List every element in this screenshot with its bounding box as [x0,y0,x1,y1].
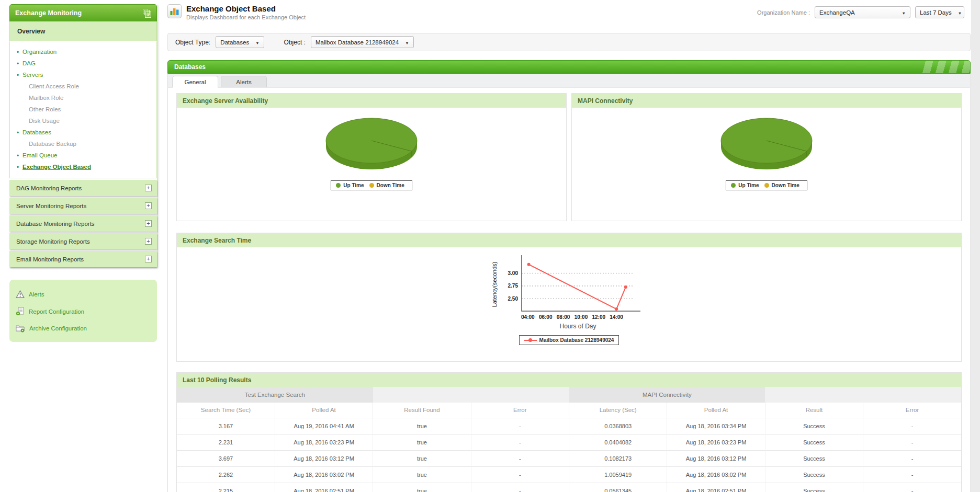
table-cell: 2.231 [177,434,275,450]
sidebar-section-database-monitoring-reports[interactable]: Database Monitoring Reports [9,215,157,232]
table-row: 2.262Aug 18, 2016 03:02 PMtrue-1.0059419… [177,466,961,483]
sidebar-item-report-configuration[interactable]: Report Configuration [16,303,151,320]
column-header: Polled At [275,403,373,418]
sidebar-item-label: Organization [22,49,57,55]
sidebar: Exchange Monitoring Overview Organizatio… [9,4,157,342]
sidebar-item-database-backup[interactable]: Database Backup [10,138,156,150]
tab-content: Exchange Server Availability Up Time [167,87,971,492]
sidebar-overview-header[interactable]: Overview [9,21,157,41]
table-cell: Success [765,434,863,450]
group-header-mapi-connectivity: MAPI Connectivity [569,387,765,403]
series-marker [524,340,537,341]
table-cell: Aug 18, 2016 03:12 PM [275,450,373,466]
sidebar-item-client-access-role[interactable]: Client Access Role [10,81,156,92]
sidebar-tool-label: Archive Configuration [29,325,87,331]
table-cell: - [863,466,961,483]
object-select[interactable]: Mailbox Database 2128949024 [311,36,414,48]
sidebar-item-databases[interactable]: Databases [10,127,156,138]
column-header: Latency (Sec) [569,403,667,418]
svg-text:06:00: 06:00 [539,314,553,320]
column-header: Polled At [667,403,765,418]
expand-icon[interactable] [145,220,152,227]
table-cell: Aug 18, 2016 03:23 PM [667,434,765,450]
group-header-spacer [373,387,569,403]
sidebar-section-label: Server Monitoring Reports [16,203,86,209]
table-cell: 3.697 [177,450,275,466]
table-cell: - [471,418,569,434]
sidebar-item-disk-usage[interactable]: Disk Usage [10,115,156,127]
search-time-chart: 2.502.753.0004:0006:0008:0010:0012:0014:… [489,253,649,331]
svg-text:08:00: 08:00 [557,314,570,320]
object-type-label: Object Type: [175,39,210,46]
table-cell: - [863,450,961,466]
column-header: Search Time (Sec) [177,403,275,418]
sidebar-item-label: DAG [22,60,36,66]
sidebar-section-label: Database Monitoring Reports [16,221,95,227]
sidebar-item-servers[interactable]: Servers [10,69,156,81]
table-cell: 2.262 [177,466,275,483]
up-time-swatch [336,183,341,188]
tab-general[interactable]: General [172,76,218,88]
table-cell: - [471,466,569,483]
time-range-select[interactable]: Last 7 Days [915,6,964,18]
svg-text:04:00: 04:00 [521,314,535,320]
table-cell: Success [765,483,863,492]
organization-select[interactable]: ExchangeQA [815,6,910,18]
table-cell: Aug 18, 2016 03:02 PM [275,466,373,483]
alert-triangle-icon [16,290,25,299]
table-cell: Success [765,418,863,434]
tab-alerts[interactable]: Alerts [221,76,267,87]
availability-pie-chart [322,117,421,176]
organization-name-label: Organization Name : [757,9,810,16]
mapi-panel-title: MAPI Connectivity [572,94,961,108]
sidebar-section-server-monitoring-reports[interactable]: Server Monitoring Reports [9,198,157,214]
sidebar-item-organization[interactable]: Organization [10,46,156,58]
table-cell: true [373,483,471,492]
svg-text:12:00: 12:00 [592,314,605,320]
sidebar-item-alerts[interactable]: Alerts [16,286,151,303]
main-content: Exchange Object Based Displays Dashboard… [167,4,971,492]
table-cell: - [863,434,961,450]
sidebar-section-email-monitoring-reports[interactable]: Email Monitoring Reports [9,251,157,267]
svg-text:14:00: 14:00 [610,314,623,320]
table-cell: 3.167 [177,418,275,434]
sidebar-item-label: Mailbox Role [29,95,63,101]
expand-icon[interactable] [145,185,152,191]
sidebar-section-dag-monitoring-reports[interactable]: DAG Monitoring Reports [9,180,157,196]
expand-all-icon[interactable] [141,9,151,18]
sidebar-item-email-queue[interactable]: Email Queue [10,150,156,161]
svg-text:2.75: 2.75 [508,283,519,289]
down-time-swatch [369,183,374,188]
sidebar-item-archive-configuration[interactable]: Archive Configuration [16,320,151,337]
object-label: Object : [284,39,306,46]
sidebar-header: Exchange Monitoring [9,4,157,21]
table-cell: 0.0404082 [569,434,667,450]
table-cell: - [471,434,569,450]
sidebar-item-other-roles[interactable]: Other Roles [10,104,156,115]
time-range-select-value: Last 7 Days [920,9,952,16]
down-time-swatch [764,183,769,188]
sidebar-item-dag[interactable]: DAG [10,58,156,69]
table-cell: Success [765,466,863,483]
expand-icon[interactable] [145,202,152,209]
expand-icon[interactable] [145,256,152,262]
expand-icon[interactable] [145,238,152,245]
sidebar-item-label: Other Roles [29,106,61,112]
legend-label: Down Time [377,182,404,188]
table-cell: true [373,418,471,434]
sidebar-item-exchange-object-based[interactable]: Exchange Object Based [10,161,156,173]
availability-panel: Exchange Server Availability Up Time [176,93,567,221]
series-label: Mailbox Database 2128949024 [539,337,614,343]
up-time-swatch [731,183,736,188]
chevron-down-icon [405,39,409,45]
availability-panel-title: Exchange Server Availability [177,94,566,108]
page-subtitle: Displays Dashboard for each Exchange Obj… [186,14,306,20]
dashboard-icon [167,4,182,18]
sidebar-section-storage-monitoring-reports[interactable]: Storage Monitoring Reports [9,233,157,249]
table-cell: true [373,434,471,450]
svg-text:Hours of Day: Hours of Day [559,323,596,330]
polling-panel-title: Last 10 Polling Results [177,373,961,387]
sidebar-item-mailbox-role[interactable]: Mailbox Role [10,92,156,104]
polling-results-panel: Last 10 Polling Results Test Exchange Se… [176,372,962,492]
object-type-select[interactable]: Databases [216,36,264,48]
